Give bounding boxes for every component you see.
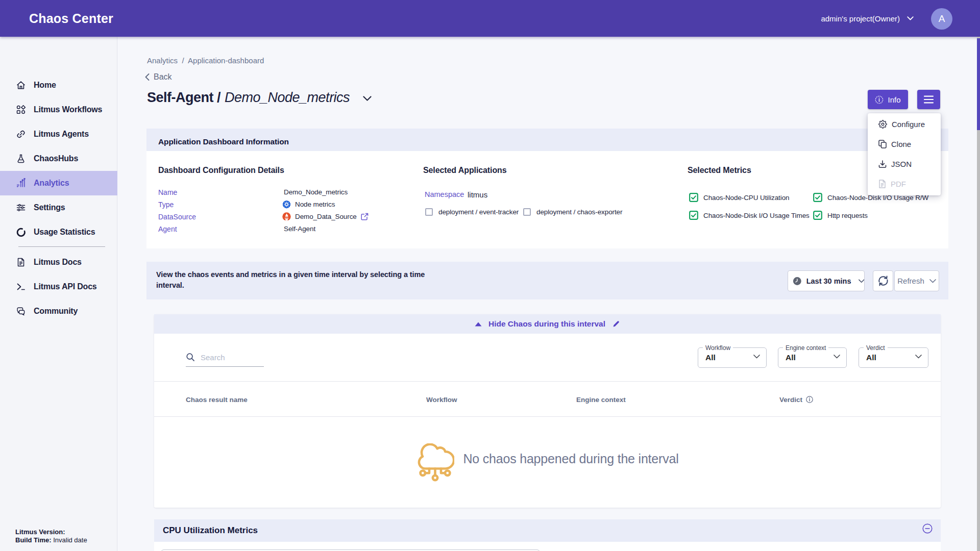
scrollbar-track[interactable] xyxy=(977,37,980,551)
chaos-table-card: Hide Chaos during this interval Search W… xyxy=(154,314,941,508)
config-value-agent: Self-Agent xyxy=(284,225,315,233)
datasource-link[interactable]: Demo_Data_Source xyxy=(295,213,357,220)
sidebar-item-litmus-workflows[interactable]: Litmus Workflows xyxy=(0,97,117,122)
node-metrics-icon xyxy=(282,200,291,209)
filter-engine-context[interactable]: Engine context All xyxy=(778,347,847,368)
search-placeholder: Search xyxy=(201,353,225,362)
menu-item-json[interactable]: JSON xyxy=(868,154,941,174)
sidebar-item-community[interactable]: Community xyxy=(0,299,117,323)
config-details-title: Dashboard Configuration Details xyxy=(158,166,284,175)
search-field[interactable]: Search xyxy=(186,353,264,367)
pencil-icon[interactable] xyxy=(612,320,620,328)
sidebar-item-litmus-agents[interactable]: Litmus Agents xyxy=(0,122,117,146)
api-docs-icon xyxy=(16,282,26,292)
filter-workflow[interactable]: Workflow All xyxy=(698,347,767,368)
metric-checkbox-http[interactable]: Http requests xyxy=(813,211,868,220)
checkbox-checked-icon[interactable] xyxy=(689,211,698,220)
time-range-button[interactable]: Last 30 mins xyxy=(788,270,865,291)
info-button[interactable]: Info xyxy=(868,90,908,109)
chevron-down-icon xyxy=(753,355,760,359)
chevron-down-icon xyxy=(929,279,936,283)
docs-icon xyxy=(16,257,26,267)
checkbox-unchecked-icon[interactable] xyxy=(425,208,433,216)
interval-description: View the chaos events and metrics in a g… xyxy=(156,269,452,291)
config-label-datasource: DataSource xyxy=(158,213,196,221)
application-checkbox-event-tracker[interactable]: deployment / event-tracker xyxy=(425,208,519,216)
sidebar-item-litmus-api-docs[interactable]: Litmus API Docs xyxy=(0,274,117,299)
refresh-icon-button[interactable] xyxy=(873,270,893,291)
checkbox-checked-icon[interactable] xyxy=(689,193,698,202)
empty-state: No chaos happened during the interval xyxy=(154,417,941,508)
hide-chaos-toggle[interactable]: Hide Chaos during this interval xyxy=(154,314,941,334)
selected-applications-title: Selected Applications xyxy=(423,166,507,175)
checkbox-unchecked-icon[interactable] xyxy=(523,208,531,216)
chevron-down-icon xyxy=(915,355,922,359)
sidebar-item-settings[interactable]: Settings xyxy=(0,195,117,220)
cpu-metrics-header: CPU Utilization Metrics xyxy=(154,519,941,542)
refresh-dropdown-button[interactable]: Refresh xyxy=(894,270,939,291)
title-chevron-down-icon[interactable] xyxy=(363,96,372,102)
application-checkbox-chaos-exporter[interactable]: deployment / chaos-exporter xyxy=(523,208,622,216)
selected-metrics-title: Selected Metrics xyxy=(688,166,751,175)
clock-icon xyxy=(793,276,802,286)
search-underline xyxy=(186,366,264,367)
menu-button[interactable] xyxy=(917,90,940,109)
metric-checkbox-disk-times[interactable]: Chaos-Node-Disk I/O Usage Times xyxy=(689,211,810,220)
settings-icon xyxy=(16,203,26,213)
checkbox-checked-icon[interactable] xyxy=(813,193,822,202)
title-agent: Self-Agent / xyxy=(147,90,220,106)
project-label: admin's project(Owner) xyxy=(821,14,900,23)
table-header-row: Chaos result name Workflow Engine contex… xyxy=(154,381,941,417)
info-circle-icon[interactable] xyxy=(806,396,813,403)
config-value-name: Demo_Node_metrics xyxy=(284,188,348,196)
title-dashboard: Demo_Node_metrics xyxy=(225,90,350,106)
namespace-value: litmus xyxy=(468,190,487,199)
chevron-down-icon xyxy=(859,279,864,283)
back-button[interactable]: Back xyxy=(145,72,172,82)
collapse-button[interactable] xyxy=(922,523,933,534)
sidebar-item-home[interactable]: Home xyxy=(0,73,117,97)
sidebar-divider xyxy=(18,246,105,247)
analytics-icon xyxy=(16,178,26,188)
chaoshubs-icon xyxy=(16,154,26,164)
sidebar-item-litmus-docs[interactable]: Litmus Docs xyxy=(0,250,117,274)
checkbox-checked-icon[interactable] xyxy=(813,211,822,220)
version-info: Litmus Version: Build Time: Invalid date xyxy=(15,528,87,544)
chevron-down-icon xyxy=(834,355,840,359)
gear-icon xyxy=(878,120,887,129)
project-selector[interactable]: admin's project(Owner) xyxy=(821,0,914,37)
sidebar-item-usage-statistics[interactable]: Usage Statistics xyxy=(0,220,117,244)
namespace-label: Namespace xyxy=(425,190,464,198)
config-label-agent: Agent xyxy=(158,225,177,233)
menu-item-configure[interactable]: Configure xyxy=(868,114,941,134)
filter-verdict[interactable]: Verdict All xyxy=(859,347,928,368)
config-label-type: Type xyxy=(158,201,174,209)
config-value-type: Node metrics xyxy=(282,200,335,209)
breadcrumb-application-dashboard[interactable]: Application-dashboard xyxy=(188,56,264,65)
prometheus-icon xyxy=(282,212,291,221)
avatar[interactable]: A xyxy=(931,8,952,30)
scrollbar-thumb[interactable] xyxy=(977,38,980,130)
external-link-icon[interactable] xyxy=(361,213,369,220)
menu-item-pdf[interactable]: PDF xyxy=(868,174,941,194)
sidebar-item-analytics[interactable]: Analytics xyxy=(0,171,117,195)
page-title: Self-Agent / Demo_Node_metrics xyxy=(147,90,372,106)
column-verdict: Verdict xyxy=(779,382,813,417)
community-icon xyxy=(16,306,26,316)
sidebar: Home Litmus Workflows Litmus Agents Chao… xyxy=(0,37,117,551)
menu-item-clone[interactable]: Clone xyxy=(868,134,941,154)
cloud-network-icon xyxy=(416,443,454,482)
breadcrumb: Analytics / Application-dashboard xyxy=(147,56,264,65)
config-value-datasource: Demo_Data_Source xyxy=(282,212,369,221)
interval-panel: View the chaos events and metrics in a g… xyxy=(146,262,948,299)
chevron-left-icon xyxy=(145,73,150,81)
agents-icon xyxy=(16,129,26,139)
sidebar-item-chaoshubs[interactable]: ChaosHubs xyxy=(0,146,117,171)
usage-icon xyxy=(16,227,26,237)
metric-checkbox-cpu[interactable]: Chaos-Node-CPU Utilization xyxy=(689,193,789,202)
breadcrumb-analytics[interactable]: Analytics xyxy=(147,56,178,65)
chevron-down-icon xyxy=(907,16,914,20)
chaos-center-app: Chaos Center admin's project(Owner) A Ho… xyxy=(0,0,980,551)
search-icon xyxy=(186,353,195,362)
workflows-icon xyxy=(16,105,26,115)
